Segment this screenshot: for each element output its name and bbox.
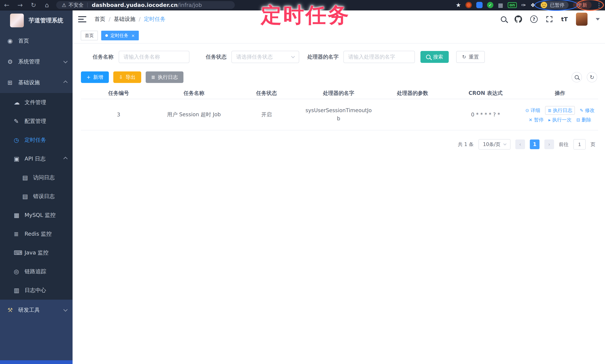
github-icon[interactable]: [514, 15, 522, 23]
sidebar-item-java-monitor[interactable]: ⌨ Java 监控: [0, 243, 73, 262]
list-icon: ≣: [151, 74, 155, 80]
back-icon[interactable]: ←: [0, 1, 13, 9]
export-button[interactable]: ⇩ 导出: [113, 71, 141, 83]
job-name-input[interactable]: [119, 51, 189, 63]
delete-link[interactable]: ⊟ 删除: [576, 117, 591, 123]
extension-icon-grid[interactable]: ▦: [498, 2, 503, 8]
tag-label: 首页: [85, 33, 94, 39]
bookmark-star-icon[interactable]: ★: [456, 1, 461, 9]
next-page-button[interactable]: ›: [544, 140, 554, 149]
col-job-name: 任务名称: [156, 87, 232, 99]
search-icon: [575, 75, 579, 79]
close-icon: ✕: [529, 117, 532, 123]
sidebar-item-redis-monitor[interactable]: ≣ Redis 监控: [0, 224, 73, 243]
toggle-search-button[interactable]: [572, 72, 582, 82]
edit-link-label: 修改: [585, 107, 595, 114]
sidebar-item-file-manage[interactable]: ☁ 文件管理: [0, 93, 73, 112]
search-icon: [426, 55, 431, 59]
address-bar[interactable]: ⚠ 不安全 dashboard.yudao.iocoder.cn /infra/…: [56, 1, 235, 9]
current-page-button[interactable]: 1: [530, 140, 539, 149]
prev-page-button[interactable]: ‹: [515, 140, 525, 149]
row-actions-line1: ⊙ 详细 ≣ 执行日志 ✎ 修改: [525, 106, 595, 115]
sidebar-item-label: 日志中心: [25, 287, 67, 294]
sidebar-item-label: 研发工具: [18, 306, 64, 314]
fullscreen-icon[interactable]: [546, 16, 553, 23]
edit-link[interactable]: ✎ 修改: [580, 107, 595, 114]
tag-active-dot: [105, 34, 108, 37]
tag-close-icon[interactable]: ×: [131, 33, 135, 38]
handler-name-input[interactable]: [343, 51, 415, 63]
sidebar-item-api-log[interactable]: ▣ API 日志: [0, 149, 73, 168]
sidebar-item-system[interactable]: ⚙ 系统管理: [0, 51, 73, 72]
sidebar-item-label: Java 监控: [25, 249, 67, 257]
sidebar-item-infra[interactable]: ⊞ 基础设施: [0, 72, 73, 93]
sidebar-item-label: 首页: [18, 37, 67, 45]
exec-log-button[interactable]: ≣ 执行日志: [146, 71, 184, 83]
search-icon[interactable]: [501, 16, 506, 22]
extension-icon-feather[interactable]: ✑: [521, 2, 526, 8]
security-label: 不安全: [68, 2, 83, 8]
reset-button-label: 重置: [469, 53, 479, 60]
sidebar-item-config-manage[interactable]: ✎ 配置管理: [0, 112, 73, 130]
sidebar: 芋道管理系统 ◉ 首页 ⚙ 系统管理 ⊞ 基础设施 ☁ 文件管理 ✎ 配置管理: [0, 10, 73, 364]
sidebar-item-dev-tools[interactable]: ⚒ 研发工具: [0, 300, 73, 321]
sidebar-item-label: 错误日志: [33, 193, 67, 200]
log-icon: ▤: [22, 193, 33, 200]
reset-button[interactable]: ↻ 重置: [456, 51, 485, 63]
search-button[interactable]: 搜索: [421, 51, 449, 63]
plus-icon: +: [87, 74, 91, 80]
gear-icon: ⚙: [7, 58, 18, 65]
add-button[interactable]: + 新增: [81, 71, 109, 83]
avatar-caret-icon[interactable]: [596, 18, 600, 20]
pause-link[interactable]: ✕ 暂停: [529, 117, 544, 123]
text-size-icon[interactable]: tT: [561, 16, 568, 23]
help-icon[interactable]: ?: [530, 15, 538, 23]
edit-icon: ✎: [14, 118, 25, 125]
log-icon: ▤: [22, 174, 33, 181]
run-once-link[interactable]: ▸ 执行一次: [548, 117, 572, 123]
url-host: dashboard.yudao.iocoder.cn: [92, 2, 178, 8]
timer-icon: ◷: [14, 137, 25, 143]
sidebar-bottom-strip: [0, 360, 73, 364]
sidebar-item-mysql-monitor[interactable]: ▦ MySQL 监控: [0, 206, 73, 224]
forward-icon[interactable]: →: [13, 1, 27, 9]
toolbox-icon: ⚒: [7, 307, 18, 313]
url-divider: [87, 3, 88, 7]
breadcrumb-infra[interactable]: 基础设施: [114, 15, 135, 23]
refresh-icon: ↻: [590, 74, 594, 80]
extension-icon-green[interactable]: ✓: [487, 2, 493, 8]
pagination: 共 1 条 10条/页 ‹ 1 › 前往 页: [458, 139, 595, 150]
tag-home[interactable]: 首页: [81, 31, 98, 40]
sidebar-item-log-center[interactable]: ▥ 日志中心: [0, 281, 73, 300]
breadcrumb: 首页 / 基础设施 / 定时任务: [94, 15, 166, 23]
extension-icon-orange[interactable]: [465, 2, 472, 8]
jobs-table: 任务编号 任务名称 任务状态 处理器的名字 处理器的参数 CRON 表达式 操作…: [81, 87, 598, 130]
jump-page-input[interactable]: [573, 139, 586, 150]
sidebar-item-tracing[interactable]: ◎ 链路追踪: [0, 262, 73, 281]
table-header-row: 任务编号 任务名称 任务状态 处理器的名字 处理器的参数 CRON 表达式 操作: [81, 87, 598, 99]
sidebar-item-access-log[interactable]: ▤ 访问日志: [0, 168, 73, 187]
user-avatar[interactable]: [576, 13, 588, 26]
refresh-table-button[interactable]: ↻: [587, 72, 597, 82]
extension-on-badge[interactable]: on: [508, 2, 517, 8]
sidebar-fold-icon[interactable]: [78, 16, 86, 22]
play-icon: ▸: [548, 117, 551, 123]
breadcrumb-home[interactable]: 首页: [94, 15, 105, 23]
exec-log-link[interactable]: ≣ 执行日志: [545, 106, 575, 115]
sidebar-item-error-log[interactable]: ▤ 错误日志: [0, 187, 73, 206]
app-logo-image: [10, 13, 24, 27]
detail-link[interactable]: ⊙ 详细: [525, 107, 540, 114]
sidebar-item-scheduled-jobs[interactable]: ◷ 定时任务: [0, 130, 73, 149]
sidebar-item-home[interactable]: ◉ 首页: [0, 30, 73, 51]
tag-scheduled-jobs[interactable]: 定时任务 ×: [101, 31, 139, 40]
col-job-id: 任务编号: [81, 87, 156, 99]
terminal-icon: ⌨: [14, 249, 25, 256]
reload-icon[interactable]: ↻: [27, 1, 40, 9]
job-status-select[interactable]: 请选择任务状态: [231, 51, 299, 63]
home-icon[interactable]: ⌂: [40, 1, 53, 9]
filter-form: 任务名称 任务状态 请选择任务状态 处理器的名字 搜索 ↻ 重置: [93, 51, 485, 63]
page-size-value: 10条/页: [483, 141, 500, 148]
page-size-select[interactable]: 10条/页: [478, 139, 511, 150]
log-center-icon: ▥: [14, 287, 25, 294]
extension-icon-blue[interactable]: [476, 2, 483, 8]
